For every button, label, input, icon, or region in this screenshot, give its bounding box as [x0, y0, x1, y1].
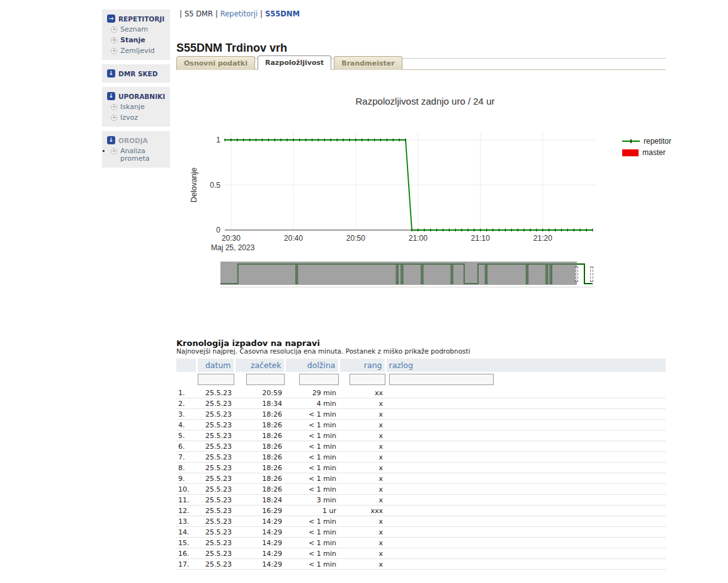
column-header-rang[interactable]: rang	[339, 359, 385, 372]
svg-text:21:10: 21:10	[471, 234, 490, 243]
table-row[interactable]: 14.25.5.2314:29< 1 minx	[176, 527, 666, 538]
column-header-razlog[interactable]: razlog	[385, 359, 666, 372]
sidebar-item-zemljevid[interactable]: +Zemljevid	[111, 47, 166, 55]
cell-razlog	[385, 538, 666, 548]
tab-razpoložljivost[interactable]: Razpoložljivost	[258, 55, 331, 70]
plus-icon: +	[111, 48, 117, 54]
filter-zacetek-input[interactable]	[246, 374, 285, 385]
column-header-začetek[interactable]: začetek	[234, 359, 285, 372]
cell-razlog	[385, 548, 666, 559]
cell-razlog	[385, 505, 666, 516]
cell-num: 12.	[176, 505, 196, 516]
legend-line-swatch	[622, 141, 640, 142]
cell-dolzina: < 1 min	[285, 484, 339, 495]
table-row[interactable]: 17.25.5.2314:29< 1 minx	[176, 559, 666, 570]
filter-dolzina-input[interactable]	[299, 374, 339, 385]
filter-razlog-input[interactable]	[389, 374, 494, 385]
breadcrumb-separator: |	[260, 9, 263, 18]
cell-razlog	[385, 559, 666, 570]
column-header-dolžina[interactable]: dolžina	[285, 359, 339, 372]
breadcrumb-repetitorji[interactable]: Repetitorji	[220, 9, 258, 18]
cell-dolzina: < 1 min	[285, 527, 339, 538]
cell-num: 8.	[176, 463, 196, 473]
tab-brandmeister[interactable]: Brandmeister	[334, 56, 402, 70]
sidebar-item-label: Zemljevid	[120, 47, 154, 55]
column-header-datum[interactable]: datum	[196, 359, 234, 372]
svg-text:1: 1	[216, 136, 220, 144]
table-row[interactable]: 7.25.5.2318:26< 1 minx	[176, 452, 666, 463]
cell-zacetek: 18:26	[234, 463, 285, 473]
sidebar-item-label: Seznam	[120, 26, 148, 33]
tab-osnovni-podatki[interactable]: Osnovni podatki	[176, 56, 255, 70]
cell-rang: x	[339, 527, 385, 538]
table-row[interactable]: 2.25.5.2318:344 minx	[176, 398, 666, 409]
selector-handle-left[interactable]	[575, 267, 578, 282]
cell-datum: 25.5.23	[196, 441, 234, 452]
cell-razlog	[385, 484, 666, 495]
selector-veil[interactable]	[220, 262, 577, 285]
sidebar-section-header[interactable]: ↓DMR SKED	[107, 69, 166, 78]
legend-label: repetitor	[644, 137, 671, 146]
cell-dolzina: < 1 min	[285, 548, 339, 559]
cell-num: 5.	[176, 430, 196, 441]
cell-num: 6.	[176, 441, 196, 452]
sidebar-item-iskanje[interactable]: +Iskanje	[111, 103, 166, 111]
filter-datum-input[interactable]	[198, 374, 234, 385]
sidebar: →REPETITORJI+Seznam+Stanje+Zemljevid↓DMR…	[102, 9, 170, 172]
cell-rang: x	[339, 409, 385, 420]
table-row[interactable]: 15.25.5.2314:29< 1 minx	[176, 538, 666, 548]
filter-cell	[339, 372, 385, 388]
sidebar-item-analiza-prometa[interactable]: +Analiza prometa	[111, 147, 166, 163]
cell-num: 9.	[176, 473, 196, 484]
cell-rang: x	[339, 441, 385, 452]
arrow-right-icon: →	[107, 14, 115, 23]
tab-bar: Osnovni podatkiRazpoložljivostBrandmeist…	[176, 54, 666, 70]
table-row[interactable]: 16.25.5.2314:29< 1 minx	[176, 548, 666, 559]
cell-rang: x	[339, 548, 385, 559]
table-row[interactable]: 10.25.5.2318:26< 1 minx	[176, 484, 666, 495]
page: →REPETITORJI+Seznam+Stanje+Zemljevid↓DMR…	[0, 0, 728, 583]
sidebar-item-seznam[interactable]: +Seznam	[111, 26, 166, 33]
sidebar-section: ↓ORODJA+Analiza prometa	[102, 131, 170, 168]
cell-zacetek: 14:29	[234, 538, 285, 548]
cell-num: 14.	[176, 527, 196, 538]
table-row[interactable]: 12.25.5.2316:291 urxxx	[176, 505, 666, 516]
selector-handle-right[interactable]	[590, 267, 593, 282]
svg-text:Maj 25, 2023: Maj 25, 2023	[211, 243, 255, 252]
cell-rang: x	[339, 398, 385, 409]
cell-datum: 25.5.23	[196, 398, 234, 409]
table-row[interactable]: 6.25.5.2318:26< 1 minx	[176, 441, 666, 452]
sidebar-section-title: UPORABNIKI	[118, 93, 165, 100]
cell-dolzina: 4 min	[285, 398, 339, 409]
sidebar-item-stanje[interactable]: +Stanje	[111, 37, 166, 44]
table-row[interactable]: 5.25.5.2318:26< 1 minx	[176, 430, 666, 441]
cell-datum: 25.5.23	[196, 538, 234, 548]
filter-rang-input[interactable]	[350, 374, 385, 385]
cell-dolzina: 29 min	[285, 388, 339, 398]
table-row[interactable]: 3.25.5.2318:26< 1 minx	[176, 409, 666, 420]
table-row[interactable]: 9.25.5.2318:26< 1 minx	[176, 473, 666, 484]
cell-dolzina: 1 ur	[285, 505, 339, 516]
column-header-num[interactable]	[176, 359, 196, 372]
legend-item-repetitor: repetitor	[622, 137, 671, 146]
cell-datum: 25.5.23	[196, 495, 234, 505]
table-row[interactable]: 1.25.5.2320:5929 minxx	[176, 388, 666, 398]
breadcrumb-separator: |	[179, 9, 182, 18]
table-row[interactable]: 11.25.5.2318:243 minx	[176, 495, 666, 505]
range-selector[interactable]	[220, 260, 594, 287]
cell-zacetek: 18:24	[234, 495, 285, 505]
sidebar-section-header[interactable]: ↓UPORABNIKI	[107, 92, 166, 100]
cell-datum: 25.5.23	[196, 505, 234, 516]
sidebar-section-header[interactable]: ↓ORODJA	[107, 136, 166, 144]
cell-zacetek: 18:26	[234, 441, 285, 452]
cell-razlog	[385, 420, 666, 430]
table-row[interactable]: 13.25.5.2314:29< 1 minx	[176, 516, 666, 527]
breadcrumb-s55dnm[interactable]: S55DNM	[265, 9, 300, 18]
table-row[interactable]: 8.25.5.2318:26< 1 minx	[176, 463, 666, 473]
sidebar-section-header[interactable]: →REPETITORJI	[107, 14, 166, 23]
sidebar-item-izvoz[interactable]: +Izvoz	[111, 114, 166, 122]
cell-rang: x	[339, 559, 385, 570]
cell-num: 1.	[176, 388, 196, 398]
table-row[interactable]: 4.25.5.2318:26< 1 minx	[176, 420, 666, 430]
cell-rang: xx	[339, 388, 385, 398]
